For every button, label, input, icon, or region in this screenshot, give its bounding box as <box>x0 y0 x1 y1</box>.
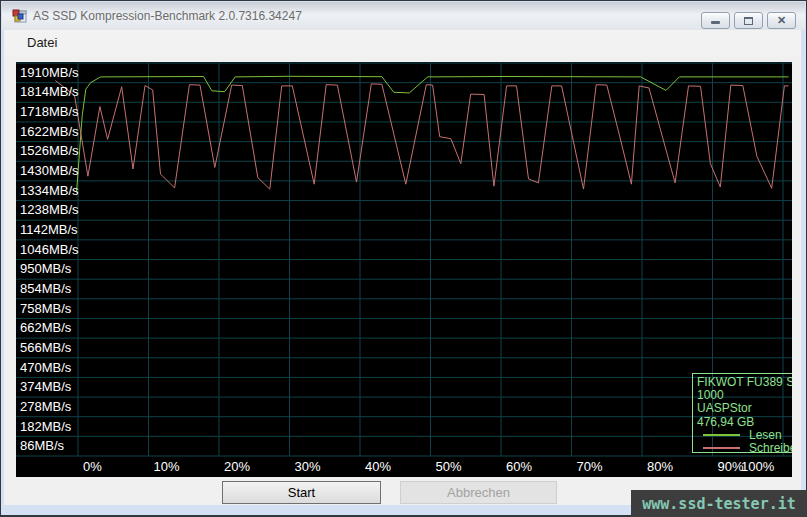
y-tick-label: 86MB/s <box>20 438 64 454</box>
y-tick-label: 1718MB/s <box>20 104 79 120</box>
minimize-button[interactable] <box>701 12 730 29</box>
y-tick-label: 1142MB/s <box>20 222 78 238</box>
y-tick-label: 1622MB/s <box>20 124 79 140</box>
y-tick-label: 854MB/s <box>20 281 71 297</box>
x-tick-label: 60% <box>506 458 532 476</box>
x-tick-label: 80% <box>647 458 673 476</box>
y-tick-label: 182MB/s <box>20 419 71 435</box>
y-tick-label: 566MB/s <box>20 340 71 356</box>
title-bar: AS SSD Kompression-Benchmark 2.0.7316.34… <box>2 2 805 30</box>
y-tick-label: 1046MB/s <box>20 242 79 258</box>
y-tick-label: 278MB/s <box>20 399 71 415</box>
read-line-sample <box>703 434 740 436</box>
legend-write-label: Schreiben <box>749 442 792 455</box>
x-tick-label: 20% <box>224 458 250 476</box>
y-tick-label: 1334MB/s <box>20 183 79 199</box>
y-tick-label: 1238MB/s <box>20 202 79 218</box>
x-tick-label: 40% <box>365 458 391 476</box>
close-button[interactable]: ✕ <box>767 12 796 29</box>
y-tick-label: 470MB/s <box>20 360 71 376</box>
legend-entry-write: Schreiben <box>697 442 792 455</box>
y-tick-label: 758MB/s <box>20 301 71 317</box>
x-tick-label: 10% <box>154 458 180 476</box>
window-title: AS SSD Kompression-Benchmark 2.0.7316.34… <box>33 9 302 23</box>
benchmark-chart: 1910MB/s1814MB/s1718MB/s1622MB/s1526MB/s… <box>16 62 792 477</box>
y-tick-label: 1814MB/s <box>20 84 79 100</box>
plot-canvas <box>16 62 792 477</box>
close-icon: ✕ <box>777 15 786 26</box>
minimize-icon <box>711 21 720 24</box>
app-icon <box>12 8 28 24</box>
y-tick-label: 1526MB/s <box>20 143 79 159</box>
y-tick-label: 1910MB/s <box>20 65 79 81</box>
legend-driver: UASPStor <box>697 402 792 415</box>
start-button[interactable]: Start <box>222 481 381 504</box>
legend-read-label: Lesen <box>749 429 782 442</box>
y-tick-label: 1430MB/s <box>20 163 79 179</box>
chart-legend: FIKWOT FU389 SC 1000 UASPStor 476,94 GB … <box>692 373 792 453</box>
maximize-button[interactable] <box>734 12 763 29</box>
y-tick-label: 374MB/s <box>20 379 71 395</box>
x-tick-label: 50% <box>436 458 462 476</box>
app-window: AS SSD Kompression-Benchmark 2.0.7316.34… <box>0 0 807 517</box>
watermark-badge: www.ssd-tester.it <box>631 490 807 517</box>
x-tick-label: 90% <box>718 458 744 476</box>
y-tick-label: 662MB/s <box>20 320 71 336</box>
x-tick-label: 100% <box>741 458 774 476</box>
maximize-icon <box>744 17 753 25</box>
menu-item-datei[interactable]: Datei <box>18 32 66 53</box>
y-tick-label: 950MB/s <box>20 261 71 277</box>
menu-bar: Datei <box>4 30 801 55</box>
x-tick-label: 70% <box>577 458 603 476</box>
cancel-button[interactable]: Abbrechen <box>400 481 557 504</box>
x-tick-label: 0% <box>83 458 102 476</box>
x-tick-label: 30% <box>295 458 321 476</box>
watermark-text: www.ssd-tester.it <box>642 495 796 513</box>
legend-entry-read: Lesen <box>697 429 792 442</box>
legend-capacity: 476,94 GB <box>697 416 792 429</box>
series-schreiben <box>55 81 788 190</box>
client-area: Datei 1910MB/s1814MB/s1718MB/s1622MB/s15… <box>4 30 801 505</box>
write-line-sample <box>703 447 740 449</box>
